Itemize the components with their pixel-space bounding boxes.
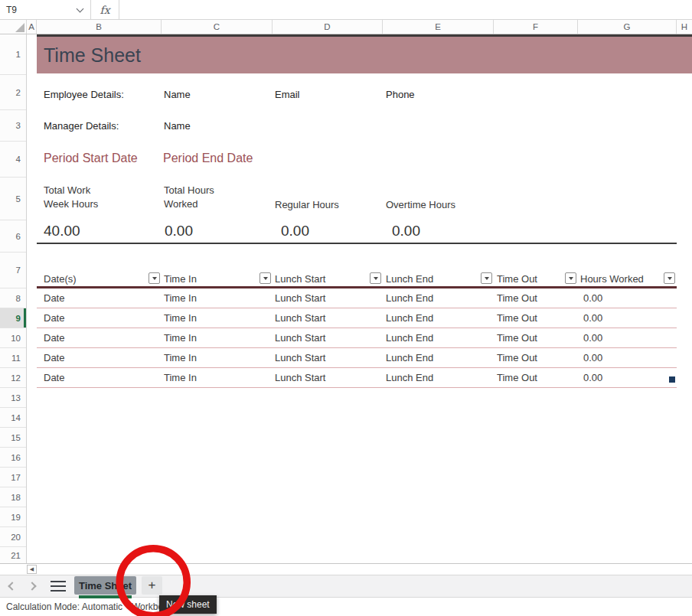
horizontal-scrollbar[interactable] [0,563,692,575]
row-header-4[interactable]: 4 [0,142,26,178]
cell-r12-date[interactable]: Date [44,372,64,383]
cell-employee-phone[interactable]: Phone [386,89,415,100]
cell-r8-date[interactable]: Date [44,292,64,304]
row-header-19[interactable]: 19 [0,507,26,527]
filter-dropdown-time-out[interactable] [565,272,576,284]
row-header-2[interactable]: 2 [0,75,26,110]
cell-r11-date[interactable]: Date [44,352,64,363]
table-header-lunch-start[interactable]: Lunch Start [275,273,326,285]
cell-manager-details-label[interactable]: Manager Details: [44,120,119,132]
cell-r10-time-out[interactable]: Time Out [497,332,537,344]
new-sheet-button[interactable]: + [142,576,162,595]
fx-button[interactable]: fx [91,0,119,19]
cell-r12-lunch-start[interactable]: Lunch Start [275,372,326,383]
cell-r12-time-in[interactable]: Time In [164,372,197,383]
row-header-15[interactable]: 15 [0,428,26,448]
column-header-b[interactable]: B [37,20,162,34]
cell-period-end-date[interactable]: Period End Date [163,152,253,165]
table-resize-handle[interactable] [669,376,675,383]
filter-dropdown-time-in[interactable] [260,272,271,284]
cell-total-work-week-hours-value[interactable]: 40.00 [44,223,80,240]
cell-r11-lunch-end[interactable]: Lunch End [386,352,433,363]
table-header-time-in[interactable]: Time In [164,273,197,285]
column-header-d[interactable]: D [273,20,383,34]
cell-period-start-date[interactable]: Period Start Date [44,152,138,165]
row-header-1[interactable]: 1 [0,34,26,75]
cell-r8-time-out[interactable]: Time Out [497,292,537,304]
row-header-10[interactable]: 10 [0,328,26,348]
cell-total-work-week-hours-label[interactable]: Total Work Week Hours [44,184,111,211]
select-all-button[interactable] [0,20,27,34]
cell-r11-hours[interactable]: 0.00 [583,352,602,363]
table-header-lunch-end[interactable]: Lunch End [386,273,433,285]
row-header-9-selected[interactable]: 9 [0,308,26,328]
cell-overtime-hours-value[interactable]: 0.00 [392,223,420,240]
table-header-time-out[interactable]: Time Out [497,273,537,285]
cell-r8-lunch-end[interactable]: Lunch End [386,292,433,304]
row-header-16[interactable]: 16 [0,448,26,468]
cell-employee-name[interactable]: Name [164,89,191,100]
cell-r9-hours[interactable]: 0.00 [583,312,602,324]
table-header-hours-worked[interactable]: Hours Worked [580,273,644,285]
cell-r12-lunch-end[interactable]: Lunch End [386,372,433,383]
sheet-tab-time-sheet[interactable]: Time Sheet [74,576,136,595]
calculation-mode-status[interactable]: Calculation Mode: Automatic [6,601,122,612]
cell-r8-hours[interactable]: 0.00 [583,292,602,304]
row-header-14[interactable]: 14 [0,408,26,428]
cell-r11-lunch-start[interactable]: Lunch Start [275,352,326,363]
column-header-e[interactable]: E [383,20,494,34]
cell-employee-email[interactable]: Email [275,89,300,100]
row-header-7[interactable]: 7 [0,253,26,288]
column-header-c[interactable]: C [162,20,273,34]
cell-r10-lunch-end[interactable]: Lunch End [386,332,433,344]
row-header-17[interactable]: 17 [0,468,26,487]
cell-r9-lunch-start[interactable]: Lunch Start [275,312,326,324]
formula-input[interactable] [119,0,692,19]
row-header-20[interactable]: 20 [0,527,26,547]
row-header-5[interactable]: 5 [0,178,26,220]
row-header-11[interactable]: 11 [0,348,26,368]
column-header-g[interactable]: G [578,20,677,34]
row-header-13[interactable]: 13 [0,388,26,408]
cell-r10-lunch-start[interactable]: Lunch Start [275,332,326,344]
cell-r11-time-in[interactable]: Time In [164,352,197,363]
cell-r9-time-out[interactable]: Time Out [497,312,537,324]
cell-r9-date[interactable]: Date [44,312,64,324]
row-header-21[interactable]: 21 [0,547,26,563]
cell-r12-time-out[interactable]: Time Out [497,372,537,383]
filter-dropdown-hours-worked[interactable] [664,272,675,284]
cell-r9-time-in[interactable]: Time In [164,312,197,324]
filter-dropdown-lunch-start[interactable] [370,272,381,284]
chevron-down-icon[interactable] [77,5,84,13]
column-header-f[interactable]: F [494,20,578,34]
scroll-left-button[interactable]: ◀ [27,565,37,574]
cell-regular-hours-label[interactable]: Regular Hours [275,198,339,212]
cell-total-hours-worked-label[interactable]: Total Hours Worked [164,184,231,211]
table-header-dates[interactable]: Date(s) [44,273,77,285]
row-header-8[interactable]: 8 [0,288,26,308]
cell-r11-time-out[interactable]: Time Out [497,352,537,363]
cell-employee-details-label[interactable]: Employee Details: [44,89,124,100]
cell-regular-hours-value[interactable]: 0.00 [281,223,309,240]
cell-r12-hours[interactable]: 0.00 [583,372,602,383]
cell-r9-lunch-end[interactable]: Lunch End [386,312,433,324]
row-header-18[interactable]: 18 [0,487,26,507]
name-box[interactable]: T9 [0,0,91,19]
cell-manager-name[interactable]: Name [164,120,191,132]
cell-r8-lunch-start[interactable]: Lunch Start [275,292,326,304]
filter-dropdown-dates[interactable] [149,272,160,284]
column-header-h[interactable]: H [677,20,692,34]
row-header-12[interactable]: 12 [0,368,26,388]
page-title[interactable]: Time Sheet [44,37,141,73]
filter-dropdown-lunch-end[interactable] [481,272,492,284]
cell-total-hours-worked-value[interactable]: 0.00 [165,223,193,240]
column-header-a[interactable]: A [27,20,37,34]
row-header-6[interactable]: 6 [0,220,26,253]
cell-r10-time-in[interactable]: Time In [164,332,197,344]
cell-overtime-hours-label[interactable]: Overtime Hours [386,198,455,212]
cell-r10-date[interactable]: Date [44,332,64,344]
row-header-3[interactable]: 3 [0,110,26,142]
sheet-list-menu-icon[interactable] [51,581,66,592]
cell-r10-hours[interactable]: 0.00 [583,332,602,344]
cell-r8-time-in[interactable]: Time In [164,292,197,304]
